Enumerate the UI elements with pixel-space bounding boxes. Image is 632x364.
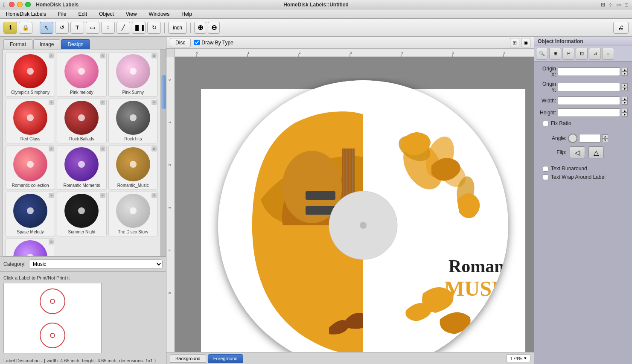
design-grid-scroll[interactable]: ×Olympic's Simphony×Pink melody×Pink Sun… <box>3 50 160 256</box>
origin-y-label: Origin Y: <box>539 81 556 93</box>
menu-edit[interactable]: Edit <box>76 10 90 18</box>
rt-btn-3[interactable]: ✂ <box>562 48 574 60</box>
menu-file[interactable]: File <box>55 10 69 18</box>
height-down[interactable]: ▼ <box>622 113 628 116</box>
design-close-btn[interactable]: × <box>151 53 157 58</box>
design-item[interactable]: ×Spase Melody <box>6 192 55 236</box>
angle-down[interactable]: ▼ <box>602 138 608 142</box>
design-item[interactable]: ×Romantic Moments <box>57 145 106 190</box>
design-close-btn[interactable]: × <box>100 100 105 105</box>
origin-y-up[interactable]: ▲ <box>622 83 628 87</box>
ellipse-tool-btn[interactable]: ○ <box>101 22 115 34</box>
design-thumbnail <box>64 147 99 181</box>
menu-view[interactable]: View <box>123 10 140 18</box>
tab-design[interactable]: Design <box>61 39 90 49</box>
angle-input[interactable] <box>579 134 600 143</box>
pointer-tool-btn[interactable]: ↖ <box>40 22 53 34</box>
rt-btn-6[interactable]: ≡ <box>602 48 614 60</box>
menu-homedisk[interactable]: HomeDisk Labels <box>3 10 49 18</box>
category-select[interactable]: Music Movies Photos <box>29 259 163 269</box>
design-close-btn[interactable]: × <box>100 193 105 198</box>
origin-x-input[interactable] <box>558 67 620 76</box>
flip-horizontal-btn[interactable]: ◁ <box>570 146 585 158</box>
design-thumbnail <box>116 101 150 135</box>
fix-ratio-checkbox[interactable] <box>543 121 548 126</box>
design-close-btn[interactable]: × <box>100 53 105 58</box>
design-item[interactable]: ×Pink melody <box>57 52 106 97</box>
canvas-icon-layer[interactable]: ⊞ <box>510 38 519 47</box>
design-close-btn[interactable]: × <box>151 100 157 105</box>
right-panel-title: Object Information <box>534 37 632 46</box>
minimize-button[interactable] <box>17 2 23 7</box>
design-item[interactable]: ×Rock Ballads <box>57 99 106 143</box>
disc-button[interactable]: Disc <box>170 38 191 47</box>
design-item[interactable]: ×Olympic's Simphony <box>6 52 55 97</box>
rt-btn-2[interactable]: ⊞ <box>549 48 561 60</box>
scrollbar[interactable] <box>160 50 166 256</box>
rt-btn-4[interactable]: ⊡ <box>576 48 588 60</box>
info-tool-btn[interactable]: ℹ <box>3 22 17 34</box>
design-close-btn[interactable]: × <box>49 53 54 58</box>
zoom-indicator[interactable]: 174% ▾ <box>507 354 530 362</box>
app-name: HomeDisk Labels <box>36 2 79 8</box>
design-close-btn[interactable]: × <box>100 146 105 151</box>
text-tool-btn[interactable]: T <box>70 22 84 34</box>
text-wrap-checkbox[interactable] <box>543 175 548 180</box>
undo-tool-btn[interactable]: ↺ <box>55 22 69 34</box>
design-item[interactable]: ×Summer Night <box>57 192 106 236</box>
rect-tool-btn[interactable]: ▭ <box>86 22 99 34</box>
design-label: Spase Melody <box>8 230 53 234</box>
origin-y-input[interactable] <box>558 83 620 91</box>
angle-dial[interactable] <box>568 134 577 143</box>
line-tool-btn[interactable]: ╱ <box>116 22 130 34</box>
design-close-btn[interactable]: × <box>49 146 54 151</box>
height-up[interactable]: ▲ <box>622 109 628 113</box>
origin-y-down[interactable]: ▼ <box>622 87 628 91</box>
width-input[interactable] <box>558 96 620 105</box>
design-close-btn[interactable]: × <box>49 239 54 245</box>
rt-btn-1[interactable]: 🔍 <box>536 48 548 60</box>
design-item[interactable]: ×Pink Sunny <box>108 52 158 97</box>
maximize-button[interactable] <box>25 2 31 7</box>
zoom-in-button[interactable]: ⊕ <box>194 22 206 34</box>
design-close-btn[interactable]: × <box>49 100 54 105</box>
canvas-icon-eye[interactable]: ◉ <box>521 38 530 47</box>
barcode-tool-btn[interactable]: ▐▌▐ <box>132 22 146 34</box>
flip-vertical-btn[interactable]: △ <box>588 146 604 158</box>
design-item[interactable]: ×Rock hits <box>108 99 158 143</box>
design-close-btn[interactable]: × <box>151 146 157 151</box>
menu-object[interactable]: Object <box>96 10 116 18</box>
zoom-out-button[interactable]: ⊖ <box>208 22 220 34</box>
close-button[interactable] <box>9 2 15 7</box>
scrollbar-thumb[interactable] <box>161 75 166 109</box>
text-runaround-checkbox[interactable] <box>543 166 548 172</box>
design-close-btn[interactable]: × <box>151 193 157 198</box>
origin-x-up[interactable]: ▲ <box>622 68 628 72</box>
menu-windows[interactable]: Windows <box>146 10 172 18</box>
tab-format[interactable]: Format <box>3 39 32 49</box>
origin-x-down[interactable]: ▼ <box>622 72 628 76</box>
canvas-drawing-area[interactable]: Romantic MUSIC <box>183 78 534 364</box>
transform-tool-btn[interactable]: ↻ <box>147 22 161 34</box>
rt-btn-5[interactable]: ⊿ <box>589 48 601 60</box>
design-item[interactable]: ×Red Glass <box>6 99 55 143</box>
tab-foreground[interactable]: Foreground <box>208 354 243 363</box>
width-up[interactable]: ▲ <box>622 97 628 101</box>
tab-background[interactable]: Background <box>170 354 206 363</box>
unit-button[interactable]: inch <box>168 22 187 34</box>
resize-icon[interactable]: ⊡ <box>624 2 629 8</box>
width-down[interactable]: ▼ <box>622 101 628 105</box>
design-item[interactable]: ×Romantic collection <box>6 145 55 190</box>
height-input[interactable] <box>558 108 620 117</box>
menu-help[interactable]: Help <box>179 10 195 18</box>
print-button[interactable]: 🖨 <box>613 22 629 34</box>
design-item[interactable]: ×The Disco Story <box>108 192 158 236</box>
lock-tool-btn[interactable]: 🔒 <box>19 22 32 34</box>
design-item[interactable]: ×Romantic_Music <box>108 145 158 190</box>
design-close-btn[interactable]: × <box>49 193 54 198</box>
angle-up[interactable]: ▲ <box>602 134 608 138</box>
tab-image[interactable]: Image <box>33 39 60 49</box>
design-item[interactable]: ×Violet by Step <box>6 238 55 256</box>
draw-by-type-checkbox[interactable] <box>194 40 200 45</box>
tab-row: Format Image Design <box>0 37 166 49</box>
